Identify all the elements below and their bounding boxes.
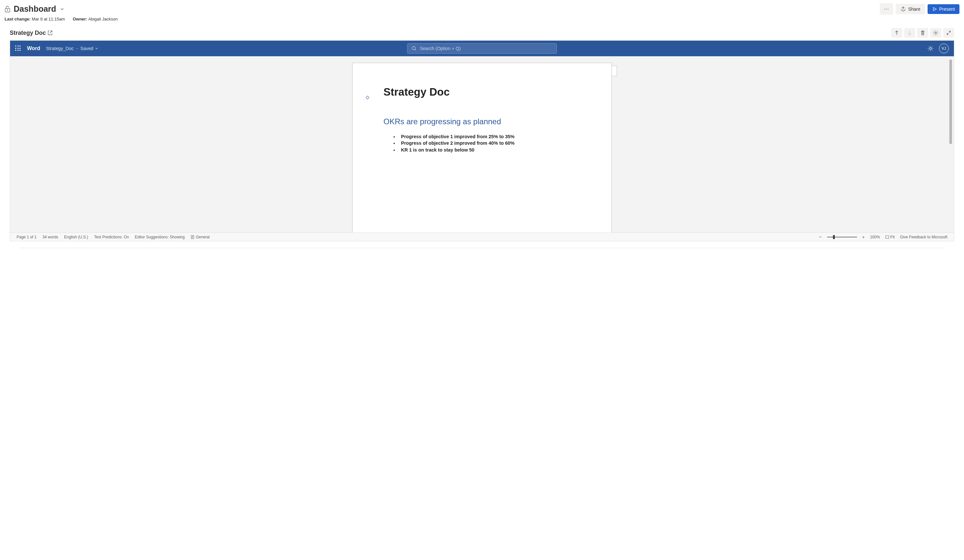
list-item[interactable]: KR 1 is on track to stay below 50 — [398, 147, 581, 153]
status-words[interactable]: 34 words — [42, 235, 58, 239]
gear-icon[interactable] — [927, 45, 934, 52]
external-link-icon[interactable] — [47, 30, 53, 36]
document-viewport[interactable]: Strategy Doc OKRs are progressing as pla… — [10, 56, 954, 233]
status-language[interactable]: English (U.S.) — [64, 235, 88, 239]
overflow-handle[interactable] — [612, 66, 617, 76]
svg-point-2 — [935, 32, 937, 34]
doc-heading2[interactable]: OKRs are progressing as planned — [383, 117, 581, 126]
list-item[interactable]: Progress of objective 2 improved from 40… — [398, 140, 581, 147]
svg-rect-6 — [886, 236, 889, 238]
present-button[interactable]: Present — [928, 4, 959, 14]
chevron-down-icon[interactable] — [94, 47, 99, 50]
share-label: Share — [908, 7, 920, 12]
last-change-value: Mar 9 at 11:15am — [32, 16, 65, 21]
fit-icon — [885, 235, 889, 239]
section-title: Strategy Doc — [10, 29, 46, 36]
word-filename[interactable]: Strategy_Doc — [46, 46, 74, 51]
status-general[interactable]: General — [191, 235, 210, 239]
page-title: Dashboard — [14, 4, 56, 14]
document-page[interactable]: Strategy Doc OKRs are progressing as pla… — [352, 63, 612, 233]
present-label: Present — [939, 7, 955, 12]
avatar-initials: VJ — [941, 46, 946, 51]
chevron-down-icon[interactable] — [60, 7, 65, 12]
word-brand[interactable]: Word — [27, 46, 40, 51]
settings-button[interactable] — [930, 28, 941, 38]
diamond-marker-icon — [366, 96, 369, 99]
more-button[interactable]: ⋯ — [880, 3, 893, 15]
page-icon — [191, 235, 194, 239]
search-icon — [412, 46, 417, 51]
owner-label: Owner: — [73, 16, 88, 21]
zoom-thumb[interactable] — [833, 235, 835, 239]
fit-label: Fit — [891, 235, 895, 239]
zoom-level[interactable]: 100% — [870, 235, 880, 239]
doc-bullet-list[interactable]: Progress of objective 1 improved from 25… — [383, 133, 581, 153]
list-item[interactable]: Progress of objective 1 improved from 25… — [398, 133, 581, 140]
feedback-link[interactable]: Give Feedback to Microsoft — [900, 235, 948, 239]
search-placeholder: Search (Option + Q) — [420, 46, 461, 51]
svg-point-3 — [412, 47, 415, 50]
move-up-button[interactable] — [891, 28, 902, 38]
zoom-slider[interactable] — [827, 237, 857, 238]
status-text-predictions[interactable]: Text Predictions: On — [94, 235, 129, 239]
zoom-in-icon[interactable]: + — [862, 235, 865, 239]
word-embed: Word Strategy_Doc - Saved — [10, 40, 954, 241]
zoom-out-icon[interactable]: − — [819, 234, 822, 240]
play-icon — [932, 7, 937, 12]
status-editor-suggestions[interactable]: Editor Suggestions: Showing — [135, 235, 185, 239]
unlock-icon — [5, 6, 10, 12]
svg-point-1 — [7, 10, 8, 10]
status-page[interactable]: Page 1 of 1 — [16, 235, 36, 239]
scrollbar[interactable] — [949, 60, 952, 144]
last-change-label: Last change: — [5, 16, 31, 21]
owner-value: Abigail Jackson — [88, 16, 117, 21]
search-input[interactable]: Search (Option + Q) — [407, 43, 557, 54]
avatar[interactable]: VJ — [939, 44, 949, 53]
fit-button[interactable]: Fit — [885, 235, 895, 239]
share-icon — [900, 6, 906, 12]
divider — [20, 248, 944, 248]
share-button[interactable]: Share — [896, 4, 925, 14]
expand-button[interactable] — [943, 28, 954, 38]
more-icon: ⋯ — [884, 6, 889, 12]
move-down-button[interactable] — [904, 28, 915, 38]
word-save-state[interactable]: Saved — [80, 46, 93, 51]
doc-heading1[interactable]: Strategy Doc — [383, 86, 581, 98]
status-general-label: General — [196, 235, 210, 239]
app-launcher-icon[interactable] — [15, 46, 21, 51]
word-separator: - — [75, 46, 79, 51]
delete-button[interactable] — [917, 28, 928, 38]
svg-point-4 — [930, 47, 931, 49]
